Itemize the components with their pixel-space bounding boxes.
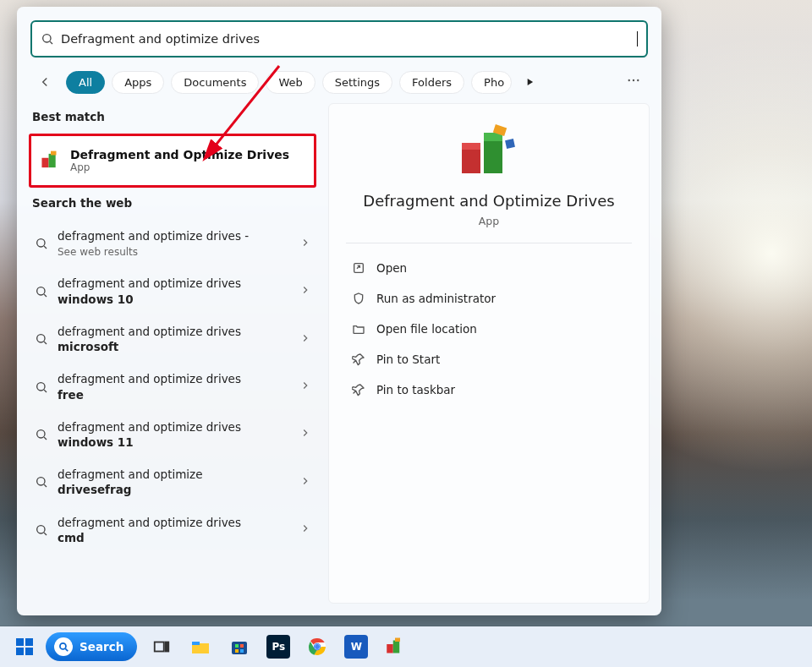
best-match-text: Defragment and Optimize Drives App bbox=[70, 148, 289, 173]
svg-rect-33 bbox=[25, 638, 33, 646]
search-tabs: All Apps Documents Web Settings Folders … bbox=[17, 63, 661, 103]
taskbar-search-button[interactable]: Search bbox=[46, 632, 137, 661]
web-suggestion-text: defragment and optimize drives bbox=[58, 372, 241, 385]
folder-icon bbox=[351, 321, 366, 336]
chevron-right-icon bbox=[299, 379, 311, 395]
file-explorer-button[interactable] bbox=[183, 630, 218, 664]
tab-documents[interactable]: Documents bbox=[171, 71, 259, 94]
start-button[interactable] bbox=[7, 630, 42, 664]
svg-point-4 bbox=[633, 79, 634, 81]
back-button[interactable] bbox=[36, 73, 54, 91]
svg-rect-7 bbox=[49, 154, 56, 167]
svg-line-14 bbox=[44, 342, 47, 344]
chevron-right-icon bbox=[299, 426, 311, 442]
web-suggestion[interactable]: defragment and optimize drives - See web… bbox=[29, 220, 316, 267]
web-suggestion-bold: cmd bbox=[58, 531, 85, 544]
web-suggestion-bold: microsoft bbox=[58, 340, 118, 353]
svg-rect-39 bbox=[166, 642, 169, 652]
svg-point-11 bbox=[37, 287, 45, 294]
tabs-overflow-arrow[interactable] bbox=[522, 74, 537, 90]
svg-rect-25 bbox=[484, 138, 502, 173]
tab-settings[interactable]: Settings bbox=[322, 71, 392, 94]
svg-rect-43 bbox=[235, 644, 239, 648]
tab-apps[interactable]: Apps bbox=[112, 71, 164, 94]
search-input-text[interactable]: Defragment and optimize drives bbox=[61, 31, 638, 46]
svg-line-20 bbox=[44, 485, 47, 488]
chevron-right-icon bbox=[299, 474, 311, 490]
detail-actions: Open Run as administrator Open file loca… bbox=[346, 254, 632, 404]
search-icon bbox=[54, 637, 73, 656]
web-suggestion-sub: See web results bbox=[58, 246, 138, 258]
svg-line-22 bbox=[44, 533, 47, 535]
search-icon bbox=[34, 331, 49, 347]
web-suggestion[interactable]: defragment and optimize drivesefrag bbox=[29, 458, 316, 506]
web-suggestion-bold: free bbox=[58, 388, 84, 402]
svg-rect-32 bbox=[16, 638, 24, 646]
search-icon bbox=[34, 380, 49, 395]
chrome-button[interactable] bbox=[299, 630, 335, 664]
action-label: Run as administrator bbox=[376, 292, 496, 305]
open-icon bbox=[351, 260, 366, 276]
detail-title: Defragment and Optimize Drives bbox=[363, 192, 614, 210]
action-pin-start[interactable]: Pin to Start bbox=[346, 345, 632, 374]
more-options[interactable] bbox=[619, 69, 648, 95]
microsoft-store-button[interactable] bbox=[222, 630, 257, 664]
action-label: Open bbox=[376, 261, 407, 275]
svg-rect-38 bbox=[155, 642, 164, 652]
shield-icon bbox=[351, 291, 366, 306]
search-icon bbox=[34, 427, 49, 442]
svg-rect-41 bbox=[192, 642, 200, 645]
svg-line-37 bbox=[65, 648, 68, 651]
search-bar-container: Defragment and optimize drives bbox=[17, 7, 661, 63]
action-open[interactable]: Open bbox=[346, 254, 632, 282]
chevron-right-icon bbox=[299, 331, 311, 347]
svg-point-19 bbox=[37, 478, 45, 485]
web-suggestion-text: defragment and optimize drives - bbox=[58, 229, 249, 243]
svg-rect-46 bbox=[240, 649, 244, 653]
web-suggestion[interactable]: defragment and optimize drives microsoft bbox=[29, 315, 316, 363]
web-suggestion-text: defragment and optimize drives bbox=[58, 420, 241, 434]
tab-folders[interactable]: Folders bbox=[399, 71, 464, 94]
taskview-button[interactable] bbox=[144, 630, 179, 664]
svg-rect-35 bbox=[25, 648, 33, 655]
action-pin-taskbar[interactable]: Pin to taskbar bbox=[346, 375, 632, 404]
web-suggestion-text: defragment and optimize drives bbox=[58, 325, 241, 338]
svg-rect-44 bbox=[240, 644, 244, 648]
best-match-label: Best match bbox=[32, 110, 313, 123]
pin-icon bbox=[351, 382, 366, 397]
svg-marker-2 bbox=[528, 79, 533, 85]
svg-rect-34 bbox=[16, 648, 24, 655]
svg-line-12 bbox=[44, 294, 47, 297]
best-match-subtitle: App bbox=[70, 161, 289, 173]
web-suggestion[interactable]: defragment and optimize drives free bbox=[29, 363, 316, 410]
detail-subtitle: App bbox=[479, 215, 499, 227]
results-column: Best match Defragment and Optimize Drive… bbox=[29, 103, 328, 604]
web-suggestion[interactable]: defragment and optimize drives windows 1… bbox=[29, 411, 316, 458]
search-icon bbox=[34, 474, 49, 489]
web-suggestion-bold: drivesefrag bbox=[58, 483, 131, 496]
result-detail-pane: Defragment and Optimize Drives App Open … bbox=[328, 103, 650, 604]
svg-rect-42 bbox=[232, 642, 247, 654]
web-suggestion-bold: windows 11 bbox=[58, 435, 134, 449]
web-suggestion-text: defragment and optimize drives bbox=[58, 276, 241, 290]
best-match-result[interactable]: Defragment and Optimize Drives App bbox=[29, 134, 316, 188]
search-icon bbox=[34, 522, 49, 538]
svg-point-17 bbox=[37, 430, 45, 438]
web-suggestion[interactable]: defragment and optimize drives cmd bbox=[29, 506, 316, 554]
tab-all[interactable]: All bbox=[66, 71, 105, 94]
tab-web[interactable]: Web bbox=[266, 71, 315, 94]
web-suggestion[interactable]: defragment and optimize drives windows 1… bbox=[29, 267, 316, 314]
action-open-location[interactable]: Open file location bbox=[346, 314, 632, 343]
search-input[interactable]: Defragment and optimize drives bbox=[30, 20, 648, 57]
defrag-taskbar-button[interactable] bbox=[377, 630, 413, 664]
svg-rect-6 bbox=[41, 158, 48, 167]
word-button[interactable]: W bbox=[338, 630, 374, 664]
svg-point-13 bbox=[37, 335, 45, 342]
svg-rect-52 bbox=[393, 641, 400, 653]
defrag-app-icon bbox=[40, 150, 62, 172]
pin-icon bbox=[351, 352, 366, 367]
action-run-admin[interactable]: Run as administrator bbox=[346, 284, 632, 313]
svg-rect-24 bbox=[462, 143, 480, 150]
tab-photos[interactable]: Pho bbox=[471, 71, 512, 94]
photoshop-button[interactable]: Ps bbox=[261, 630, 296, 664]
